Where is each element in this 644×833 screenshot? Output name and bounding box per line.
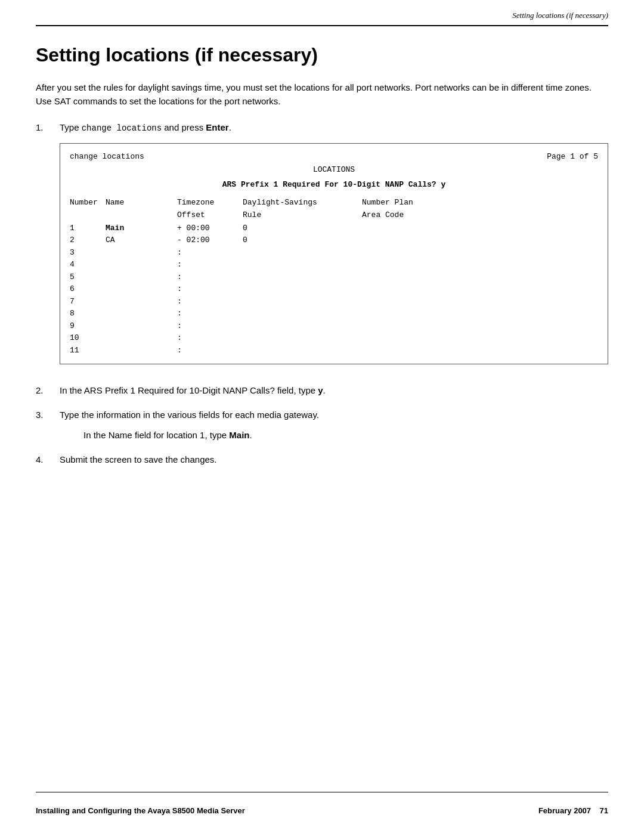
row-3-num: 3 [70,247,106,259]
col-header-timezone: Timezone [177,197,243,209]
row-2-rule: 0 [243,234,362,246]
step-3-substep-text: In the Name field for location 1, type [83,430,229,440]
header-title: Setting locations (if necessary) [512,11,608,20]
step-2-number: 2. [36,383,60,397]
footer-date: February 2007 [538,806,591,815]
col-header-name: Name [106,197,177,209]
row-1-name: Main [106,222,177,234]
terminal-col-headers: Number Name Timezone Daylight-Savings Nu… [70,197,598,209]
row-4-offset: : [177,259,243,271]
col-sub-rule: Rule [243,209,362,221]
col-sub-empty2 [106,209,177,221]
step-3-substep-bold: Main [229,430,249,440]
step-1-number: 1. [36,120,60,373]
step-2: 2. In the ARS Prefix 1 Required for 10-D… [36,383,608,397]
step-4-text: Submit the screen to save the changes. [60,454,217,465]
footer-rule [36,792,608,792]
col-sub-areacode: Area Code [362,209,451,221]
row-4-num: 4 [70,259,106,271]
step-2-content: In the ARS Prefix 1 Required for 10-Digi… [60,383,608,397]
row-1-offset: + 00:00 [177,222,243,234]
main-content: Setting locations (if necessary) After y… [0,26,644,513]
terminal-bold-line: ARS Prefix 1 Required For 10-Digit NANP … [70,179,598,191]
footer-left: Installing and Configuring the Avaya S85… [36,806,245,815]
row-10-num: 10 [70,332,106,344]
page-footer: Installing and Configuring the Avaya S85… [36,806,608,815]
page-container: Setting locations (if necessary) Setting… [0,0,644,833]
step-1-text-end: . [229,122,231,132]
row-5-name [106,271,177,283]
step-3-text: Type the information in the various fiel… [60,410,319,420]
row-7-num: 7 [70,296,106,308]
step-1-text-after: and press [162,122,206,132]
step-3: 3. Type the information in the various f… [36,408,608,442]
step-3-content: Type the information in the various fiel… [60,408,608,442]
terminal-header-row: change locations Page 1 of 5 [70,151,598,163]
row-5-offset: : [177,271,243,283]
row-8-num: 8 [70,308,106,320]
terminal-row-11: 11 : [70,345,598,357]
step-1-content: Type change locations and press Enter. c… [60,120,608,373]
terminal-row-7: 7 : [70,296,598,308]
page-header: Setting locations (if necessary) [0,0,644,20]
col-header-numplan: Number Plan [362,197,451,209]
row-1-num: 1 [70,222,106,234]
steps-list: 1. Type change locations and press Enter… [36,120,608,467]
step-2-text-end: . [323,385,326,395]
footer-right: February 2007 71 [538,806,608,815]
row-2-num: 2 [70,234,106,246]
step-3-number: 3. [36,408,60,442]
terminal-row-8: 8 : [70,308,598,320]
terminal-row-1: 1 Main + 00:00 0 [70,222,598,234]
row-8-name [106,308,177,320]
step-2-text: In the ARS Prefix 1 Required for 10-Digi… [60,385,318,395]
col-sub-offset: Offset [177,209,243,221]
col-header-number: Number [70,197,106,209]
terminal-row-5: 5 : [70,271,598,283]
terminal-header-left: change locations [70,151,144,163]
row-11-offset: : [177,345,243,357]
terminal-row-3: 3 : [70,247,598,259]
row-5-num: 5 [70,271,106,283]
row-4-name [106,259,177,271]
step-1-text-before: Type [60,122,82,132]
step-4-number: 4. [36,453,60,466]
row-6-name [106,283,177,295]
row-2-offset: - 02:00 [177,234,243,246]
row-3-offset: : [177,247,243,259]
step-1-bold: Enter [206,122,228,132]
terminal-row-2: 2 CA - 02:00 0 [70,234,598,246]
step-4-content: Submit the screen to save the changes. [60,453,608,466]
row-10-name [106,332,177,344]
step-1: 1. Type change locations and press Enter… [36,120,608,373]
row-6-offset: : [177,283,243,295]
row-10-offset: : [177,332,243,344]
row-8-offset: : [177,308,243,320]
terminal-row-10: 10 : [70,332,598,344]
step-1-command: change locations [82,123,162,133]
col-header-daylight: Daylight-Savings [243,197,362,209]
row-3-name [106,247,177,259]
footer-page-number: 71 [600,806,608,815]
terminal-title: LOCATIONS [70,164,598,176]
terminal-row-6: 6 : [70,283,598,295]
step-3-substep-end: . [249,430,252,440]
terminal-row-9: 9 : [70,320,598,332]
row-7-name [106,296,177,308]
step-3-substep: In the Name field for location 1, type M… [83,428,608,442]
row-6-num: 6 [70,283,106,295]
row-1-rule: 0 [243,222,362,234]
row-11-name [106,345,177,357]
intro-text: After you set the rules for daylight sav… [36,80,608,109]
section-title: Setting locations (if necessary) [36,44,608,66]
terminal-header-right: Page 1 of 5 [547,151,598,163]
step-4: 4. Submit the screen to save the changes… [36,453,608,466]
row-9-name [106,320,177,332]
terminal-row-4: 4 : [70,259,598,271]
step-2-bold: y [318,385,323,395]
row-11-num: 11 [70,345,106,357]
row-7-offset: : [177,296,243,308]
terminal-box: change locations Page 1 of 5 LOCATIONS A… [60,143,608,364]
col-sub-empty1 [70,209,106,221]
row-2-name: CA [106,234,177,246]
